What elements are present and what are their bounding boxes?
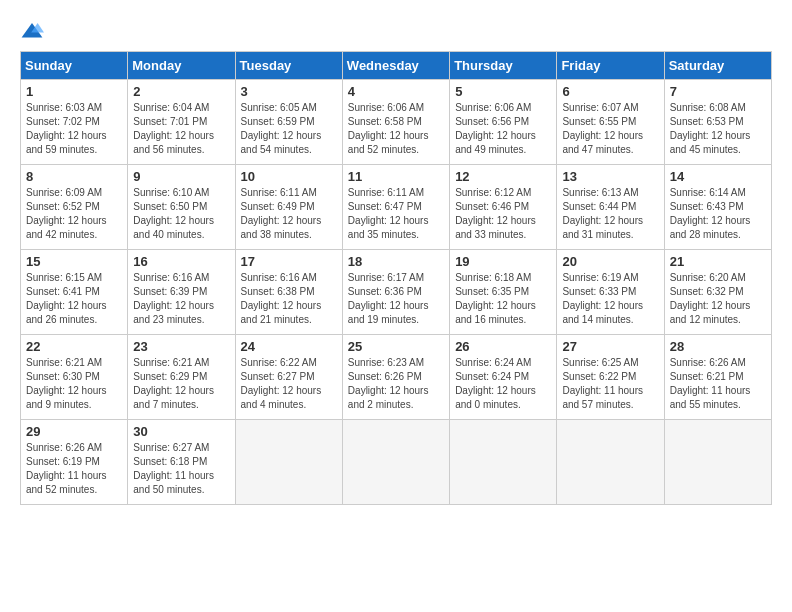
calendar-cell: 15 Sunrise: 6:15 AMSunset: 6:41 PMDaylig…: [21, 250, 128, 335]
day-detail: Sunrise: 6:05 AMSunset: 6:59 PMDaylight:…: [241, 102, 322, 155]
day-number: 11: [348, 169, 444, 184]
day-number: 25: [348, 339, 444, 354]
calendar-cell: 26 Sunrise: 6:24 AMSunset: 6:24 PMDaylig…: [450, 335, 557, 420]
day-detail: Sunrise: 6:03 AMSunset: 7:02 PMDaylight:…: [26, 102, 107, 155]
header-friday: Friday: [557, 52, 664, 80]
calendar-cell: 4 Sunrise: 6:06 AMSunset: 6:58 PMDayligh…: [342, 80, 449, 165]
day-number: 29: [26, 424, 122, 439]
day-detail: Sunrise: 6:18 AMSunset: 6:35 PMDaylight:…: [455, 272, 536, 325]
day-detail: Sunrise: 6:11 AMSunset: 6:47 PMDaylight:…: [348, 187, 429, 240]
calendar-cell: 30 Sunrise: 6:27 AMSunset: 6:18 PMDaylig…: [128, 420, 235, 505]
calendar-cell: 20 Sunrise: 6:19 AMSunset: 6:33 PMDaylig…: [557, 250, 664, 335]
day-detail: Sunrise: 6:24 AMSunset: 6:24 PMDaylight:…: [455, 357, 536, 410]
day-detail: Sunrise: 6:04 AMSunset: 7:01 PMDaylight:…: [133, 102, 214, 155]
day-number: 20: [562, 254, 658, 269]
calendar-cell: 9 Sunrise: 6:10 AMSunset: 6:50 PMDayligh…: [128, 165, 235, 250]
day-number: 6: [562, 84, 658, 99]
calendar-cell: 27 Sunrise: 6:25 AMSunset: 6:22 PMDaylig…: [557, 335, 664, 420]
day-detail: Sunrise: 6:26 AMSunset: 6:21 PMDaylight:…: [670, 357, 751, 410]
calendar-cell: 22 Sunrise: 6:21 AMSunset: 6:30 PMDaylig…: [21, 335, 128, 420]
calendar-cell: 19 Sunrise: 6:18 AMSunset: 6:35 PMDaylig…: [450, 250, 557, 335]
header-thursday: Thursday: [450, 52, 557, 80]
header: [20, 20, 772, 41]
day-detail: Sunrise: 6:12 AMSunset: 6:46 PMDaylight:…: [455, 187, 536, 240]
day-detail: Sunrise: 6:21 AMSunset: 6:29 PMDaylight:…: [133, 357, 214, 410]
calendar-week-2: 8 Sunrise: 6:09 AMSunset: 6:52 PMDayligh…: [21, 165, 772, 250]
header-saturday: Saturday: [664, 52, 771, 80]
day-number: 27: [562, 339, 658, 354]
calendar-cell: 18 Sunrise: 6:17 AMSunset: 6:36 PMDaylig…: [342, 250, 449, 335]
day-number: 14: [670, 169, 766, 184]
day-number: 9: [133, 169, 229, 184]
day-number: 1: [26, 84, 122, 99]
day-number: 8: [26, 169, 122, 184]
day-number: 12: [455, 169, 551, 184]
calendar-cell: 2 Sunrise: 6:04 AMSunset: 7:01 PMDayligh…: [128, 80, 235, 165]
day-number: 19: [455, 254, 551, 269]
day-number: 4: [348, 84, 444, 99]
day-number: 16: [133, 254, 229, 269]
calendar-cell: 3 Sunrise: 6:05 AMSunset: 6:59 PMDayligh…: [235, 80, 342, 165]
day-detail: Sunrise: 6:27 AMSunset: 6:18 PMDaylight:…: [133, 442, 214, 495]
calendar-cell: [557, 420, 664, 505]
day-detail: Sunrise: 6:16 AMSunset: 6:39 PMDaylight:…: [133, 272, 214, 325]
calendar-cell: 14 Sunrise: 6:14 AMSunset: 6:43 PMDaylig…: [664, 165, 771, 250]
day-number: 15: [26, 254, 122, 269]
day-number: 10: [241, 169, 337, 184]
calendar-cell: 16 Sunrise: 6:16 AMSunset: 6:39 PMDaylig…: [128, 250, 235, 335]
day-detail: Sunrise: 6:20 AMSunset: 6:32 PMDaylight:…: [670, 272, 751, 325]
logo: [20, 20, 48, 41]
calendar-cell: 11 Sunrise: 6:11 AMSunset: 6:47 PMDaylig…: [342, 165, 449, 250]
calendar-cell: 29 Sunrise: 6:26 AMSunset: 6:19 PMDaylig…: [21, 420, 128, 505]
calendar-cell: 13 Sunrise: 6:13 AMSunset: 6:44 PMDaylig…: [557, 165, 664, 250]
calendar-cell: 12 Sunrise: 6:12 AMSunset: 6:46 PMDaylig…: [450, 165, 557, 250]
calendar-header-row: SundayMondayTuesdayWednesdayThursdayFrid…: [21, 52, 772, 80]
day-number: 22: [26, 339, 122, 354]
calendar-cell: 1 Sunrise: 6:03 AMSunset: 7:02 PMDayligh…: [21, 80, 128, 165]
day-detail: Sunrise: 6:25 AMSunset: 6:22 PMDaylight:…: [562, 357, 643, 410]
day-number: 7: [670, 84, 766, 99]
calendar-cell: 10 Sunrise: 6:11 AMSunset: 6:49 PMDaylig…: [235, 165, 342, 250]
day-detail: Sunrise: 6:19 AMSunset: 6:33 PMDaylight:…: [562, 272, 643, 325]
day-number: 26: [455, 339, 551, 354]
logo-icon: [20, 21, 44, 41]
calendar-cell: [342, 420, 449, 505]
header-tuesday: Tuesday: [235, 52, 342, 80]
header-sunday: Sunday: [21, 52, 128, 80]
day-detail: Sunrise: 6:13 AMSunset: 6:44 PMDaylight:…: [562, 187, 643, 240]
day-number: 13: [562, 169, 658, 184]
day-detail: Sunrise: 6:11 AMSunset: 6:49 PMDaylight:…: [241, 187, 322, 240]
calendar-week-4: 22 Sunrise: 6:21 AMSunset: 6:30 PMDaylig…: [21, 335, 772, 420]
calendar-week-1: 1 Sunrise: 6:03 AMSunset: 7:02 PMDayligh…: [21, 80, 772, 165]
calendar-cell: 6 Sunrise: 6:07 AMSunset: 6:55 PMDayligh…: [557, 80, 664, 165]
day-detail: Sunrise: 6:07 AMSunset: 6:55 PMDaylight:…: [562, 102, 643, 155]
day-number: 23: [133, 339, 229, 354]
calendar-cell: 25 Sunrise: 6:23 AMSunset: 6:26 PMDaylig…: [342, 335, 449, 420]
calendar-week-3: 15 Sunrise: 6:15 AMSunset: 6:41 PMDaylig…: [21, 250, 772, 335]
calendar-cell: [235, 420, 342, 505]
day-number: 17: [241, 254, 337, 269]
calendar-week-5: 29 Sunrise: 6:26 AMSunset: 6:19 PMDaylig…: [21, 420, 772, 505]
day-detail: Sunrise: 6:26 AMSunset: 6:19 PMDaylight:…: [26, 442, 107, 495]
day-number: 30: [133, 424, 229, 439]
calendar-cell: 17 Sunrise: 6:16 AMSunset: 6:38 PMDaylig…: [235, 250, 342, 335]
calendar-cell: 7 Sunrise: 6:08 AMSunset: 6:53 PMDayligh…: [664, 80, 771, 165]
day-detail: Sunrise: 6:22 AMSunset: 6:27 PMDaylight:…: [241, 357, 322, 410]
day-detail: Sunrise: 6:16 AMSunset: 6:38 PMDaylight:…: [241, 272, 322, 325]
day-detail: Sunrise: 6:09 AMSunset: 6:52 PMDaylight:…: [26, 187, 107, 240]
day-detail: Sunrise: 6:15 AMSunset: 6:41 PMDaylight:…: [26, 272, 107, 325]
calendar-cell: [664, 420, 771, 505]
calendar-cell: 5 Sunrise: 6:06 AMSunset: 6:56 PMDayligh…: [450, 80, 557, 165]
calendar-cell: 8 Sunrise: 6:09 AMSunset: 6:52 PMDayligh…: [21, 165, 128, 250]
day-detail: Sunrise: 6:23 AMSunset: 6:26 PMDaylight:…: [348, 357, 429, 410]
day-detail: Sunrise: 6:06 AMSunset: 6:58 PMDaylight:…: [348, 102, 429, 155]
calendar-cell: 24 Sunrise: 6:22 AMSunset: 6:27 PMDaylig…: [235, 335, 342, 420]
header-wednesday: Wednesday: [342, 52, 449, 80]
day-detail: Sunrise: 6:14 AMSunset: 6:43 PMDaylight:…: [670, 187, 751, 240]
day-detail: Sunrise: 6:21 AMSunset: 6:30 PMDaylight:…: [26, 357, 107, 410]
day-detail: Sunrise: 6:06 AMSunset: 6:56 PMDaylight:…: [455, 102, 536, 155]
day-detail: Sunrise: 6:08 AMSunset: 6:53 PMDaylight:…: [670, 102, 751, 155]
day-number: 21: [670, 254, 766, 269]
day-number: 5: [455, 84, 551, 99]
day-number: 28: [670, 339, 766, 354]
